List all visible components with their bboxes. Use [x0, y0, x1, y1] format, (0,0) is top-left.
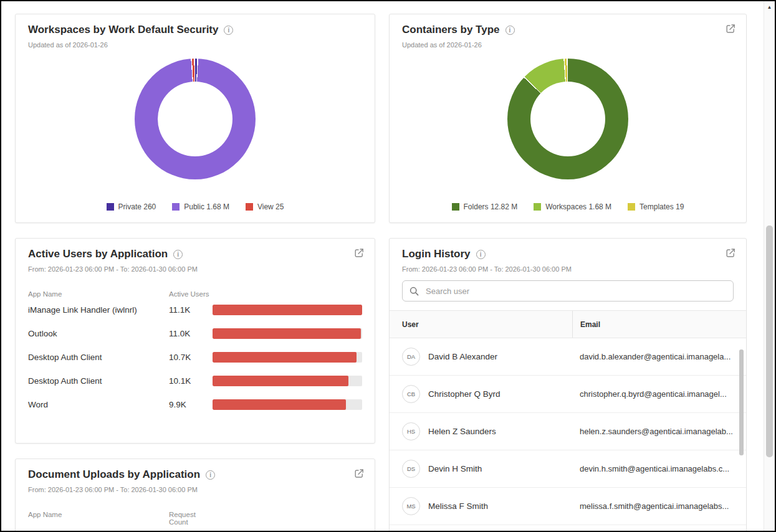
date-range-label: From: 2026-01-23 06:00 PM - To: 2026-01-… — [402, 265, 734, 273]
search-icon — [409, 286, 419, 297]
dashboard-content: Workspaces by Work Default Security i Up… — [1, 1, 764, 531]
open-in-new-icon[interactable] — [725, 247, 736, 259]
bar-cell — [213, 352, 362, 363]
bar-fill — [213, 305, 362, 315]
user-search-box — [402, 280, 734, 302]
user-name: Melissa F Smith — [428, 501, 488, 511]
bar-fill — [213, 399, 346, 410]
bar-track — [213, 328, 362, 339]
bar-track — [213, 305, 362, 315]
table-header: App Name Active Users — [28, 290, 362, 298]
login-history-card: Login History i From: 2026-01-23 06:00 P… — [389, 238, 747, 531]
card-title: Workspaces by Work Default Security — [28, 23, 218, 37]
date-range-label: From: 2026-01-23 06:00 PM - To: 2026-01-… — [28, 486, 362, 493]
document-uploads-by-application-card: Document Uploads by Application i From: … — [15, 458, 375, 531]
search-user-input[interactable] — [424, 286, 727, 297]
user-cell: DS Devin H Smith — [402, 460, 572, 478]
card-header: Document Uploads by Application i — [28, 468, 362, 482]
open-in-new-icon[interactable] — [725, 23, 736, 34]
user-email: devin.h.smith@agenticai.imanagelabs.c... — [572, 464, 734, 473]
bar-track — [213, 399, 362, 410]
table-header: App Name Request Count — [28, 511, 362, 526]
info-icon[interactable]: i — [476, 250, 486, 259]
workspaces-by-security-card: Workspaces by Work Default Security i Up… — [15, 14, 375, 223]
login-list-scrollbar-thumb[interactable] — [739, 349, 744, 455]
bar-track — [213, 376, 362, 386]
active-users-value: 11.1K — [169, 305, 213, 315]
user-email: christopher.q.byrd@agenticai.imanagel... — [572, 389, 734, 399]
bar-track — [213, 352, 362, 363]
legend-swatch — [172, 203, 180, 211]
legend-label: Workspaces 1.68 M — [545, 202, 611, 211]
table-row: Desktop Auth Client 10.1K — [28, 369, 362, 392]
legend-swatch — [246, 203, 253, 211]
avatar: MS — [402, 497, 420, 515]
column-header-app-name: App Name — [28, 290, 169, 298]
avatar: HS — [402, 422, 420, 440]
legend-item: Templates 19 — [628, 202, 684, 211]
open-in-new-icon[interactable] — [353, 468, 365, 479]
date-range-label: From: 2026-01-23 06:00 PM - To: 2026-01-… — [28, 265, 362, 273]
login-table-header: User Email — [390, 310, 746, 338]
workspaces-donut-chart — [135, 59, 256, 179]
card-title: Document Uploads by Application — [28, 468, 200, 482]
legend-swatch — [107, 203, 114, 211]
legend-swatch — [452, 203, 459, 211]
chart-legend: Folders 12.82 M Workspaces 1.68 M Templa… — [402, 202, 734, 214]
table-row: Desktop Auth Client 10.7K — [28, 345, 362, 369]
bar-cell — [213, 328, 362, 339]
active-users-value: 9.9K — [169, 400, 213, 409]
info-icon[interactable]: i — [173, 250, 183, 259]
bar-fill — [213, 376, 348, 386]
column-header-app-name: App Name — [28, 511, 169, 526]
info-icon[interactable]: i — [224, 26, 233, 35]
table-row: DS Devin H Smith devin.h.smith@agenticai… — [390, 450, 746, 488]
legend-item: Private 260 — [107, 202, 156, 211]
bar-cell — [213, 305, 362, 315]
avatar: DS — [402, 460, 420, 478]
active-users-value: 10.1K — [169, 376, 213, 386]
bar-fill — [213, 352, 357, 363]
page-scrollbar-thumb[interactable] — [766, 226, 773, 457]
scroll-up-arrow-icon[interactable]: ▲ — [764, 1, 775, 12]
legend-item: View 25 — [246, 202, 284, 211]
active-users-value: 11.0K — [169, 329, 213, 338]
legend-label: View 25 — [257, 202, 284, 211]
active-users-by-application-card: Active Users by Application i From: 2026… — [15, 238, 375, 444]
legend-item: Folders 12.82 M — [452, 202, 518, 211]
legend-label: Private 260 — [118, 202, 156, 211]
info-icon[interactable]: i — [206, 470, 215, 480]
column-header-bar — [213, 290, 362, 298]
info-icon[interactable]: i — [505, 26, 515, 35]
chart-area — [28, 59, 362, 179]
column-header-bar — [213, 511, 362, 526]
app-name: Desktop Auth Client — [28, 376, 169, 386]
legend-label: Public 1.68 M — [184, 202, 229, 211]
user-email: helen.z.saunders@agenticai.imanagelab... — [572, 427, 734, 436]
updated-label: Updated as of 2026-01-26 — [28, 41, 362, 49]
chart-area — [402, 59, 734, 179]
legend-swatch — [628, 203, 635, 211]
card-header: Workspaces by Work Default Security i — [28, 23, 362, 37]
user-name: David B Alexander — [428, 352, 497, 361]
column-header-user: User — [402, 311, 572, 338]
active-users-value: 10.7K — [169, 353, 213, 362]
legend-label: Templates 19 — [639, 202, 684, 211]
dashboard-screen: Workspaces by Work Default Security i Up… — [0, 0, 776, 532]
page-scrollbar[interactable]: ▲ — [764, 1, 775, 531]
table-row: Word 9.9K — [28, 392, 362, 416]
open-in-new-icon[interactable] — [353, 247, 365, 259]
card-header: Login History i — [402, 247, 734, 261]
updated-label: Updated as of 2026-01-26 — [402, 41, 734, 49]
card-title: Containers by Type — [402, 23, 500, 37]
bar-fill — [213, 328, 361, 339]
legend-item: Workspaces 1.68 M — [534, 202, 611, 211]
user-name: Christopher Q Byrd — [428, 389, 501, 399]
table-row: iManage Link Handler (iwlnrl) 11.1K — [28, 298, 362, 321]
user-cell: MS Melissa F Smith — [402, 497, 572, 515]
containers-donut-chart — [507, 59, 628, 179]
table-row: MS Melissa F Smith melissa.f.smith@agent… — [390, 488, 746, 525]
chart-legend: Private 260 Public 1.68 M View 25 — [28, 202, 362, 214]
legend-swatch — [534, 203, 541, 211]
app-name: Outlook — [28, 329, 169, 338]
